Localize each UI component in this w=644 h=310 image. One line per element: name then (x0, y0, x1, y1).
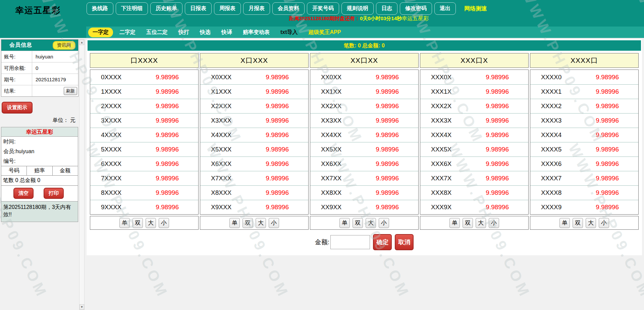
quick-small-button[interactable]: 小 (379, 218, 389, 228)
bet-row[interactable]: XX6XX9.98996 (310, 157, 418, 171)
bet-row[interactable]: 8XXXX9.98996 (90, 185, 198, 200)
bet-row[interactable]: 4XXXX9.98996 (90, 128, 198, 142)
bet-row[interactable]: XX7XX9.98996 (310, 171, 418, 185)
quick-even-button[interactable]: 双 (353, 218, 363, 228)
quick-big-button[interactable]: 大 (146, 218, 156, 228)
bet-row[interactable]: XXX4X9.98996 (420, 128, 528, 142)
bet-row[interactable]: XXX5X9.98996 (420, 142, 528, 157)
bet-row[interactable]: XXXX49.98996 (530, 128, 638, 142)
bet-row[interactable]: XXXX99.98996 (530, 200, 638, 214)
bet-row[interactable]: XXX7X9.98996 (420, 171, 528, 185)
confirm-button[interactable]: 确定 (373, 234, 392, 250)
info-site-button[interactable]: 资讯网 (53, 41, 75, 50)
bet-row[interactable]: XX9XX9.98996 (310, 200, 418, 214)
bet-row[interactable]: XXX6X9.98996 (420, 157, 528, 171)
quick-even-button[interactable]: 双 (573, 218, 583, 228)
bet-row[interactable]: XXXX29.98996 (530, 99, 638, 113)
refresh-button[interactable]: 刷新 (64, 87, 77, 95)
nav-button-monthly-report[interactable]: 月报表 (243, 2, 270, 15)
bet-row[interactable]: XXXX79.98996 (530, 171, 638, 185)
bet-row[interactable]: 6XXXX9.98996 (90, 157, 198, 171)
network-speed-link[interactable]: 网络测速 (464, 5, 487, 12)
bet-row[interactable]: X0XXX9.98996 (200, 70, 308, 84)
bet-row[interactable]: X2XXX9.98996 (200, 99, 308, 113)
bet-row[interactable]: XXX9X9.98996 (420, 200, 528, 214)
tab-quick-type[interactable]: 快打 (174, 28, 194, 37)
quick-big-button[interactable]: 大 (366, 218, 376, 228)
bet-row[interactable]: X4XXX9.98996 (200, 128, 308, 142)
nav-button-logout[interactable]: 退出 (434, 2, 456, 15)
bet-row[interactable]: XX3XX9.98996 (310, 113, 418, 128)
cancel-button[interactable]: 取消 (395, 234, 414, 250)
tab-quick-trans[interactable]: 快译 (217, 28, 236, 37)
quick-big-button[interactable]: 大 (256, 218, 266, 228)
tab-quick-pick[interactable]: 快选 (196, 28, 215, 37)
nav-button-weekly-report[interactable]: 周报表 (214, 2, 241, 15)
scroll-up-icon[interactable]: ▲ (79, 40, 84, 45)
nav-button-logs[interactable]: 日志 (376, 2, 397, 15)
bet-row[interactable]: 9XXXX9.98996 (90, 200, 198, 214)
quick-odd-button[interactable]: 单 (229, 218, 240, 228)
tab-txt-import[interactable]: txt导入 (276, 28, 302, 37)
clear-button[interactable]: 清空 (13, 188, 34, 199)
bet-row[interactable]: XXX1X9.98996 (420, 84, 528, 99)
bet-row[interactable]: 2XXXX9.98996 (90, 99, 198, 113)
nav-button-history-bills[interactable]: 历史账单 (150, 2, 182, 15)
sidebar-scrollbar[interactable]: ▲ ▼ (79, 39, 85, 310)
quick-even-button[interactable]: 双 (243, 218, 253, 228)
nav-button-rules[interactable]: 规则说明 (341, 2, 374, 15)
nav-button-daily-report[interactable]: 日报表 (185, 2, 212, 15)
quick-big-button[interactable]: 大 (476, 218, 486, 228)
quick-small-button[interactable]: 小 (159, 218, 169, 228)
amount-input[interactable] (330, 235, 370, 249)
bet-row[interactable]: X6XXX9.98996 (200, 157, 308, 171)
bet-row[interactable]: XX2XX9.98996 (310, 99, 418, 113)
quick-even-button[interactable]: 双 (132, 218, 143, 228)
bet-row[interactable]: X3XXX9.98996 (200, 113, 308, 128)
bet-row[interactable]: XX0XX9.98996 (310, 70, 418, 84)
set-icon-button[interactable]: 设置图示 (2, 102, 33, 114)
bet-row[interactable]: XXXX59.98996 (530, 142, 638, 157)
bet-row[interactable]: 1XXXX9.98996 (90, 84, 198, 99)
bet-row[interactable]: X1XXX9.98996 (200, 84, 308, 99)
bet-row[interactable]: XXXX09.98996 (530, 70, 638, 84)
tab-five-pos-two-fixed[interactable]: 五位二定 (142, 28, 172, 37)
tab-super-king-app[interactable]: 超级奖王APP (304, 28, 345, 37)
nav-button-change-password[interactable]: 修改密码 (400, 2, 432, 15)
tab-two-digit[interactable]: 二字定 (115, 28, 140, 37)
nav-button-draw-numbers[interactable]: 开奖号码 (307, 2, 339, 15)
bet-row[interactable]: XX4XX9.98996 (310, 128, 418, 142)
print-button[interactable]: 打印 (44, 188, 64, 199)
quick-small-button[interactable]: 小 (599, 218, 609, 228)
quick-odd-button[interactable]: 单 (339, 218, 350, 228)
tab-one-digit[interactable]: 一字定 (88, 28, 113, 37)
tab-odds-change-table[interactable]: 赔率变动表 (238, 28, 274, 37)
quick-odd-button[interactable]: 单 (449, 218, 460, 228)
bet-row[interactable]: 7XXXX9.98996 (90, 171, 198, 185)
bet-row[interactable]: XXXX89.98996 (530, 185, 638, 200)
nav-button-change-line[interactable]: 换线路 (87, 2, 113, 15)
bet-row[interactable]: 0XXXX9.98996 (90, 70, 198, 84)
bet-row[interactable]: XXX2X9.98996 (420, 99, 528, 113)
bet-row[interactable]: X8XXX9.98996 (200, 185, 308, 200)
quick-even-button[interactable]: 双 (463, 218, 473, 228)
bet-row[interactable]: XXX0X9.98996 (420, 70, 528, 84)
nav-button-bet-details[interactable]: 下注明细 (116, 2, 148, 15)
bet-row[interactable]: XX8XX9.98996 (310, 185, 418, 200)
bet-row[interactable]: XXXX19.98996 (530, 84, 638, 99)
bet-row[interactable]: 5XXXX9.98996 (90, 142, 198, 157)
quick-odd-button[interactable]: 单 (119, 218, 130, 228)
bet-row[interactable]: XXXX39.98996 (530, 113, 638, 128)
bet-row[interactable]: X9XXX9.98996 (200, 200, 308, 214)
quick-odd-button[interactable]: 单 (559, 218, 570, 228)
bet-row[interactable]: XXX8X9.98996 (420, 185, 528, 200)
bet-row[interactable]: X7XXX9.98996 (200, 171, 308, 185)
nav-button-member-profile[interactable]: 会员资料 (272, 2, 305, 15)
quick-small-button[interactable]: 小 (269, 218, 279, 228)
bet-row[interactable]: X5XXX9.98996 (200, 142, 308, 157)
bet-row[interactable]: XXX3X9.98996 (420, 113, 528, 128)
quick-small-button[interactable]: 小 (489, 218, 499, 228)
scroll-down-icon[interactable]: ▼ (79, 304, 84, 310)
bet-row[interactable]: XXXX69.98996 (530, 157, 638, 171)
quick-big-button[interactable]: 大 (586, 218, 596, 228)
